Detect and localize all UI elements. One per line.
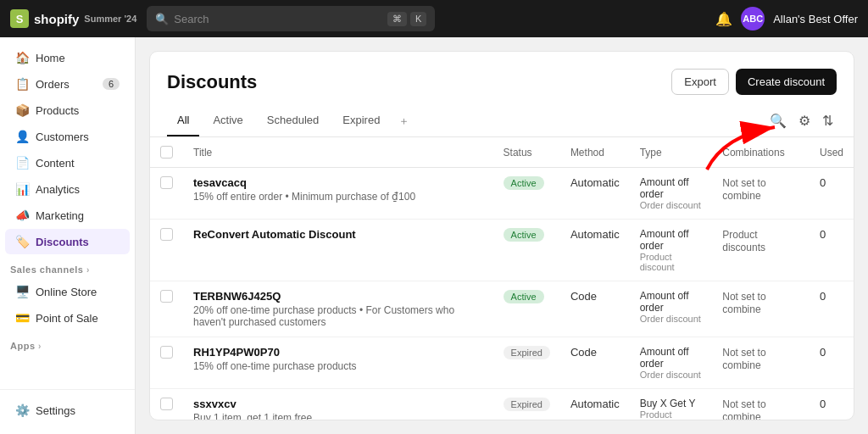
sidebar-item-discounts[interactable]: 🏷️ Discounts bbox=[5, 229, 130, 254]
table-row[interactable]: tesavcacq 15% off entire order • Minimum… bbox=[150, 168, 854, 220]
sidebar-label-customers: Customers bbox=[36, 131, 89, 143]
discounts-icon: 🏷️ bbox=[15, 235, 29, 248]
sidebar-label-discounts: Discounts bbox=[36, 236, 89, 248]
row-status: Active bbox=[493, 220, 560, 281]
col-status: Status bbox=[493, 137, 560, 168]
tab-scheduled[interactable]: Scheduled bbox=[257, 105, 329, 136]
sidebar-item-home[interactable]: 🏠 Home bbox=[5, 45, 130, 70]
row-combinations: Product discounts bbox=[712, 220, 810, 281]
tab-all[interactable]: All bbox=[167, 105, 199, 136]
col-title: Title bbox=[183, 137, 493, 168]
row-type: Amount off order Order discount bbox=[630, 281, 713, 337]
row-checkbox[interactable] bbox=[150, 281, 183, 337]
main-content: Discounts Export Create discount All Act… bbox=[136, 37, 868, 434]
page-title: Discounts bbox=[167, 71, 257, 93]
sidebar-label-orders: Orders bbox=[36, 78, 70, 91]
orders-icon: 📋 bbox=[15, 77, 29, 91]
row-used: 0 bbox=[810, 389, 854, 421]
kbd-cmd: ⌘ bbox=[387, 12, 407, 26]
row-type: Amount off order Order discount bbox=[630, 337, 713, 389]
table-row[interactable]: RH1YP4PW0P70 15% off one-time purchase p… bbox=[150, 337, 854, 389]
search-placeholder: Search bbox=[174, 13, 209, 25]
row-used: 0 bbox=[810, 281, 854, 337]
row-method: Automatic bbox=[560, 168, 630, 220]
search-icon: 🔍 bbox=[155, 13, 169, 25]
sidebar-label-pos: Point of Sale bbox=[36, 312, 98, 325]
tab-add-button[interactable]: ＋ bbox=[393, 107, 415, 136]
sidebar-label-content: Content bbox=[36, 157, 75, 170]
content-icon: 📄 bbox=[15, 156, 29, 170]
tabs-right-icons: 🔍 ⚙ ⇅ bbox=[766, 109, 837, 132]
sales-channels-label: Sales channels › bbox=[0, 258, 135, 278]
tab-expired[interactable]: Expired bbox=[332, 105, 390, 136]
bell-icon[interactable]: 🔔 bbox=[715, 11, 732, 27]
row-combinations: Not set to combine bbox=[712, 281, 810, 337]
table-row[interactable]: ReConvert Automatic Discount Active Auto… bbox=[150, 220, 854, 281]
sidebar-item-online-store[interactable]: 🖥️ Online Store bbox=[5, 279, 130, 304]
row-combinations: Not set to combine bbox=[712, 389, 810, 421]
export-button[interactable]: Export bbox=[671, 69, 729, 95]
row-checkbox[interactable] bbox=[150, 168, 183, 220]
row-combinations: Not set to combine bbox=[712, 168, 810, 220]
col-type: Type bbox=[630, 137, 713, 168]
search-bar[interactable]: 🔍 Search ⌘ K bbox=[147, 6, 435, 31]
sidebar-label-online-store: Online Store bbox=[36, 286, 97, 298]
table-row[interactable]: TERBNW6J425Q 20% off one-time purchase p… bbox=[150, 281, 854, 337]
topbar-right: 🔔 ABC Allan's Best Offer bbox=[715, 7, 858, 31]
content-card: Discounts Export Create discount All Act… bbox=[149, 51, 854, 420]
col-combinations: Combinations bbox=[712, 137, 810, 168]
sidebar-item-customers[interactable]: 👤 Customers bbox=[5, 124, 130, 149]
row-status: Expired bbox=[493, 389, 560, 421]
sidebar-item-content[interactable]: 📄 Content bbox=[5, 150, 130, 175]
row-type: Buy X Get Y Product discount bbox=[630, 389, 713, 421]
row-checkbox[interactable] bbox=[150, 220, 183, 281]
sidebar-label-products: Products bbox=[36, 104, 79, 117]
col-used: Used bbox=[810, 137, 854, 168]
orders-badge: 6 bbox=[103, 78, 120, 90]
marketing-icon: 📣 bbox=[15, 209, 29, 222]
create-discount-button[interactable]: Create discount bbox=[736, 69, 837, 95]
row-method: Automatic bbox=[560, 389, 630, 421]
settings-icon: ⚙️ bbox=[15, 403, 29, 417]
tabs-row: All Active Scheduled Expired ＋ 🔍 ⚙ ⇅ bbox=[150, 105, 854, 137]
avatar[interactable]: ABC bbox=[741, 7, 765, 31]
apps-label: Apps › bbox=[0, 334, 135, 354]
filter-icon[interactable]: ⚙ bbox=[795, 109, 814, 132]
discounts-table: Title Status Method Type Combinations Us… bbox=[150, 137, 854, 420]
tab-active[interactable]: Active bbox=[203, 105, 253, 136]
sidebar-label-analytics: Analytics bbox=[36, 183, 80, 196]
sidebar-item-pos[interactable]: 💳 Point of Sale bbox=[5, 305, 130, 331]
summer-badge: Summer '24 bbox=[84, 14, 136, 24]
search-table-icon[interactable]: 🔍 bbox=[766, 109, 790, 132]
row-checkbox[interactable] bbox=[150, 337, 183, 389]
row-status: Expired bbox=[493, 337, 560, 389]
products-icon: 📦 bbox=[15, 103, 29, 117]
sidebar-item-products[interactable]: 📦 Products bbox=[5, 97, 130, 123]
home-icon: 🏠 bbox=[15, 51, 29, 64]
kbd-k: K bbox=[410, 12, 426, 26]
row-method: Automatic bbox=[560, 220, 630, 281]
row-type: Amount off order Order discount bbox=[630, 168, 713, 220]
row-type: Amount off order Product discount bbox=[630, 220, 713, 281]
pos-icon: 💳 bbox=[15, 311, 29, 325]
sidebar-label-marketing: Marketing bbox=[36, 209, 84, 222]
sidebar-item-analytics[interactable]: 📊 Analytics bbox=[5, 176, 130, 202]
sidebar-label-settings: Settings bbox=[36, 404, 75, 417]
logo[interactable]: S shopify Summer '24 bbox=[10, 9, 136, 28]
sidebar-footer: ⚙️ Settings bbox=[0, 389, 135, 434]
customers-icon: 👤 bbox=[15, 130, 29, 143]
analytics-icon: 📊 bbox=[15, 182, 29, 196]
online-store-icon: 🖥️ bbox=[15, 285, 29, 298]
row-title: ReConvert Automatic Discount bbox=[183, 220, 493, 281]
select-all-header[interactable] bbox=[150, 137, 183, 168]
sidebar-item-settings[interactable]: ⚙️ Settings bbox=[5, 398, 130, 423]
shopify-icon: S bbox=[10, 9, 29, 28]
sort-icon[interactable]: ⇅ bbox=[819, 109, 837, 132]
sidebar-item-marketing[interactable]: 📣 Marketing bbox=[5, 203, 130, 228]
row-method: Code bbox=[560, 337, 630, 389]
sidebar-item-orders[interactable]: 📋 Orders 6 bbox=[5, 71, 130, 97]
table-row[interactable]: ssxvxcv Buy 1 item, get 1 item free Expi… bbox=[150, 389, 854, 421]
row-title: RH1YP4PW0P70 15% off one-time purchase p… bbox=[183, 337, 493, 389]
row-checkbox[interactable] bbox=[150, 389, 183, 421]
row-used: 0 bbox=[810, 220, 854, 281]
